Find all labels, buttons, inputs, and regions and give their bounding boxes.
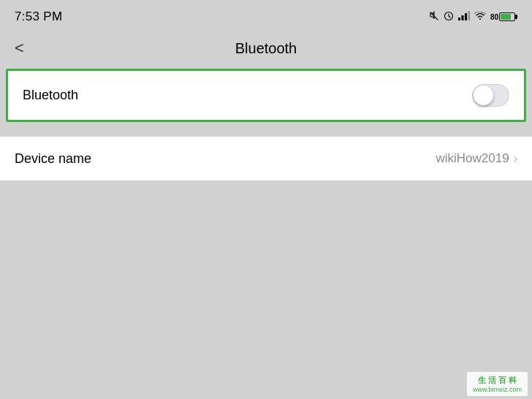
svg-rect-5 [468, 11, 470, 20]
bluetooth-label: Bluetooth [23, 88, 78, 103]
svg-rect-2 [458, 18, 460, 20]
device-name-label: Device name [15, 151, 91, 167]
nav-bar: < Bluetooth [0, 32, 532, 69]
bluetooth-row: Bluetooth [8, 71, 524, 120]
nav-title: Bluetooth [235, 40, 297, 57]
watermark-line2: www.bimeiz.com [473, 386, 522, 393]
chevron-icon: › [514, 152, 517, 165]
mute-icon [429, 11, 439, 23]
clock-icon [444, 11, 454, 23]
device-name-row[interactable]: Device name wikiHow2019 › [0, 137, 532, 180]
svg-rect-3 [461, 15, 463, 20]
battery-percent: 80 [490, 13, 498, 21]
toggle-knob [474, 86, 493, 105]
status-time: 7:53 PM [15, 10, 62, 24]
battery-icon: 80 [490, 12, 517, 21]
battery-fill [501, 14, 511, 20]
svg-rect-4 [465, 13, 467, 20]
watermark: 生 活 百 科 www.bimeiz.com [467, 372, 528, 396]
battery-tip [515, 15, 517, 19]
battery-body [499, 12, 515, 21]
status-bar: 7:53 PM [0, 0, 532, 32]
status-icons: 80 [429, 11, 517, 23]
watermark-line1: 生 活 百 科 [473, 375, 522, 386]
device-value-wrap: wikiHow2019 › [436, 151, 518, 166]
device-name-value: wikiHow2019 [436, 151, 509, 166]
signal-icon [458, 11, 470, 23]
back-button[interactable]: < [15, 39, 24, 58]
bluetooth-section: Bluetooth [6, 69, 526, 122]
section-gap [0, 122, 532, 137]
bluetooth-toggle[interactable] [472, 84, 509, 107]
wifi-icon [474, 11, 486, 23]
